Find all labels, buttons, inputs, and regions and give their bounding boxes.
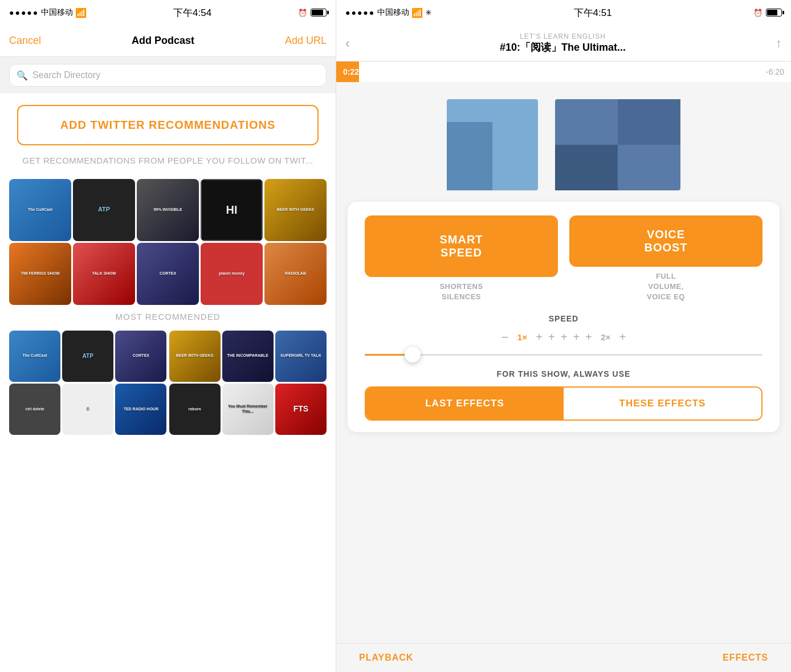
artwork-section bbox=[336, 82, 791, 202]
back-button[interactable]: ‹ bbox=[345, 35, 350, 51]
list-item[interactable]: BEER WITH GEEKS bbox=[169, 331, 221, 382]
left-panel: ●●●●● 中国移动 📶 下午4:54 ⏰ Cancel Add Podcast… bbox=[0, 0, 336, 672]
list-item[interactable]: planet money bbox=[201, 243, 263, 305]
list-item[interactable]: RADIOLAB bbox=[264, 243, 327, 305]
speed-plus-2[interactable]: + bbox=[548, 331, 555, 344]
right-nav-info: LET'S LEARN ENGLISH #10:「阅读」The Ultimat.… bbox=[357, 32, 769, 54]
progress-bar[interactable]: 0:22 -6:20 bbox=[336, 62, 791, 82]
last-effects-button[interactable]: LAST EFFECTS bbox=[366, 388, 564, 420]
left-status-bar: ●●●●● 中国移动 📶 下午4:54 ⏰ bbox=[0, 0, 336, 25]
list-item[interactable]: The CultCast bbox=[9, 179, 71, 241]
speed-plus-6[interactable]: + bbox=[619, 331, 626, 344]
right-status-right: ⏰ bbox=[753, 9, 782, 17]
right-signal-dots: ●●●●● bbox=[345, 8, 375, 17]
search-bar-container: 🔍 Search Directory bbox=[0, 57, 336, 93]
list-item[interactable]: FTS bbox=[275, 384, 327, 435]
right-alarm-icon: ⏰ bbox=[753, 9, 763, 17]
always-use-section: FOR THIS SHOW, ALWAYS USE LAST EFFECTS T… bbox=[365, 369, 763, 421]
wifi-icon: 📶 bbox=[75, 7, 87, 18]
list-item[interactable]: You Must Remember This... bbox=[222, 384, 274, 435]
tab-playback[interactable]: PLAYBACK bbox=[359, 653, 413, 663]
list-item[interactable]: 99% INVISIBLE bbox=[137, 179, 199, 241]
left-status-right: ⏰ bbox=[298, 9, 327, 17]
list-item[interactable]: TIM FERRISS SHOW bbox=[9, 243, 71, 305]
list-item[interactable]: BEER WITH GEEKS bbox=[264, 179, 327, 241]
list-item[interactable]: The CultCast bbox=[9, 331, 60, 382]
add-url-button[interactable]: Add URL bbox=[285, 35, 327, 47]
podcasts-grid-section: The CultCast ATP 99% INVISIBLE HI bbox=[0, 168, 336, 321]
signal-dots: ●●●●● bbox=[9, 8, 39, 17]
right-panel: ●●●●● 中国移动 📶 ✳ 下午4:51 ⏰ ‹ LET'S LEARN EN… bbox=[336, 0, 791, 672]
speed-minus-button[interactable]: − bbox=[501, 330, 509, 345]
list-item[interactable]: SUPERGIRL TV TALK bbox=[275, 331, 327, 382]
list-item[interactable]: ATP bbox=[73, 179, 135, 241]
effects-buttons-row: SMARTSPEED SHORTENSSILENCES VOICEBOOST F… bbox=[365, 215, 763, 303]
list-item[interactable]: THE INCOMPARABLE bbox=[222, 331, 274, 382]
speed-current: 1× bbox=[514, 332, 530, 342]
artwork-left bbox=[447, 99, 538, 190]
search-bar[interactable]: 🔍 Search Directory bbox=[9, 64, 327, 87]
always-use-label: FOR THIS SHOW, ALWAYS USE bbox=[365, 369, 763, 378]
list-item[interactable]: reborn bbox=[169, 384, 221, 435]
right-status-bar: ●●●●● 中国移动 📶 ✳ 下午4:51 ⏰ bbox=[336, 0, 791, 25]
list-item[interactable]: CORTEX bbox=[115, 331, 166, 382]
left-nav-title: Add Podcast bbox=[132, 35, 194, 47]
right-time: 下午4:51 bbox=[574, 6, 612, 19]
right-nav-title: #10:「阅读」The Ultimat... bbox=[500, 40, 626, 54]
battery-icon bbox=[311, 9, 327, 17]
voice-boost-button[interactable]: VOICEBOOST bbox=[569, 215, 763, 267]
list-item[interactable]: TED RADIO HOUR bbox=[115, 384, 166, 435]
cancel-button[interactable]: Cancel bbox=[9, 35, 41, 47]
artwork-right-block2 bbox=[555, 145, 618, 190]
speed-slider-track[interactable] bbox=[365, 354, 763, 356]
left-nav-bar: Cancel Add Podcast Add URL bbox=[0, 25, 336, 57]
right-nav-subtitle: LET'S LEARN ENGLISH bbox=[520, 32, 606, 40]
twitter-section: ADD TWITTER RECOMMENDATIONS GET RECOMMEN… bbox=[0, 93, 336, 168]
right-sync-icon: ✳ bbox=[425, 8, 432, 17]
speed-plus-3[interactable]: + bbox=[561, 331, 568, 344]
tab-effects[interactable]: EFFECTS bbox=[723, 653, 768, 663]
right-nav-bar: ‹ LET'S LEARN ENGLISH #10:「阅读」The Ultima… bbox=[336, 25, 791, 62]
carrier-label: 中国移动 bbox=[41, 7, 73, 18]
share-button[interactable]: ↑ bbox=[776, 36, 782, 51]
artwork-left-inner bbox=[447, 122, 492, 190]
voice-boost-col: VOICEBOOST FULLVOLUME,VOICE EQ bbox=[569, 215, 763, 303]
list-item[interactable]: CORTEX bbox=[137, 243, 199, 305]
these-effects-button[interactable]: THESE EFFECTS bbox=[564, 388, 761, 420]
voice-boost-desc: FULLVOLUME,VOICE EQ bbox=[569, 271, 763, 303]
right-tab-bar: PLAYBACK EFFECTS bbox=[336, 643, 791, 672]
speed-section: SPEED − 1× + + + + + 2× + bbox=[365, 314, 763, 356]
search-icon: 🔍 bbox=[17, 70, 28, 81]
speed-slider-thumb[interactable] bbox=[405, 347, 421, 363]
smart-speed-button[interactable]: SMARTSPEED bbox=[365, 215, 558, 277]
search-input[interactable]: Search Directory bbox=[32, 70, 100, 80]
speed-plus-4[interactable]: + bbox=[573, 331, 580, 344]
right-battery-icon bbox=[766, 9, 782, 17]
list-item[interactable]: HI bbox=[201, 179, 263, 241]
speed-controls: − 1× + + + + + 2× + bbox=[365, 330, 763, 345]
left-status-left: ●●●●● 中国移动 📶 bbox=[9, 7, 87, 18]
artwork-right-block1 bbox=[618, 99, 680, 145]
progress-time-remaining: -6:20 bbox=[766, 67, 784, 76]
progress-time-current: 0:22 bbox=[343, 67, 359, 76]
most-recommended-label: MOST RECOMMENDED bbox=[9, 312, 327, 321]
twitter-recommendations-button[interactable]: ADD TWITTER RECOMMENDATIONS bbox=[17, 105, 319, 145]
list-item[interactable]: TALK SHOW bbox=[73, 243, 135, 305]
speed-plus-1[interactable]: + bbox=[536, 331, 543, 344]
left-time: 下午4:54 bbox=[173, 6, 211, 19]
effects-card: SMARTSPEED SHORTENSSILENCES VOICEBOOST F… bbox=[348, 202, 780, 432]
right-wifi-icon: 📶 bbox=[411, 7, 423, 18]
list-item[interactable]: ctrl delete bbox=[9, 384, 60, 435]
right-carrier-label: 中国移动 bbox=[377, 7, 409, 18]
list-item[interactable]: © bbox=[62, 384, 113, 435]
always-use-buttons: LAST EFFECTS THESE EFFECTS bbox=[365, 386, 763, 421]
speed-plus-5[interactable]: + bbox=[585, 331, 592, 344]
alarm-icon: ⏰ bbox=[298, 9, 307, 17]
podcast-grid: The CultCast ATP 99% INVISIBLE HI bbox=[9, 179, 327, 305]
list-item[interactable]: ATP bbox=[62, 331, 113, 382]
smart-speed-col: SMARTSPEED SHORTENSSILENCES bbox=[365, 215, 558, 303]
speed-label: SPEED bbox=[365, 314, 763, 323]
bottom-grid-section: The CultCast ATP CORTEX ctrl delete © bbox=[0, 321, 336, 435]
speed-max: 2× bbox=[598, 332, 614, 342]
artwork-right bbox=[555, 99, 680, 190]
